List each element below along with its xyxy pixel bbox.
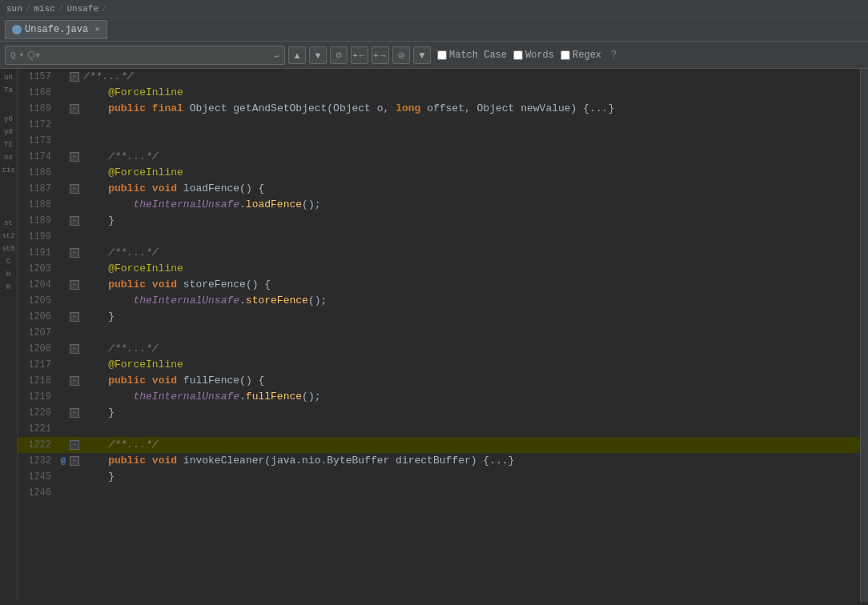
line-number: 1245 — [18, 471, 58, 483]
fold-icon[interactable]: - — [70, 440, 79, 450]
line-number: 1174 — [18, 151, 58, 162]
regex-label: Regex — [573, 50, 601, 61]
line-number: 1188 — [18, 199, 58, 210]
code-line-1187: 1187- public void loadFence() { — [18, 181, 860, 197]
line-number: 1189 — [18, 215, 58, 226]
regex-checkbox[interactable] — [561, 50, 570, 60]
code-line-1232: 1232@- public void invokeCleaner(java.ni… — [18, 453, 860, 469]
code-line-1186: 1186 @ForceInline — [18, 165, 860, 181]
breadcrumb-misc[interactable]: misc — [34, 4, 54, 14]
fold-icon[interactable]: - — [70, 456, 79, 466]
sidebar-label-4: y0 — [0, 126, 17, 138]
search-prev-occurrence-button[interactable]: +← — [351, 46, 368, 64]
fold-gutter[interactable]: - — [69, 216, 80, 226]
code-line-1188: 1188 theInternalUnsafe.loadFence(); — [18, 197, 860, 213]
line-number: 1187 — [18, 183, 58, 194]
match-case-option[interactable]: Match Case — [437, 50, 507, 61]
code-line-1246: 1246 — [18, 485, 860, 501]
breadcrumb-unsafe[interactable]: Unsafe — [66, 4, 98, 14]
line-code: } — [80, 405, 860, 421]
search-up-button[interactable]: ▲ — [288, 46, 306, 64]
line-code: public void loadFence() { — [80, 181, 860, 197]
tab-unsafe-java[interactable]: Unsafe.java × — [5, 20, 107, 39]
fold-icon[interactable]: - — [70, 152, 79, 162]
code-line-1172: 1172 — [18, 117, 860, 133]
search-highlight-button[interactable]: ◎ — [392, 46, 410, 64]
fold-icon[interactable]: - — [70, 248, 79, 258]
fold-icon[interactable]: - — [70, 104, 79, 114]
search-bar: Q ▾ ↵ ▲ ▼ ⊙ +← +→ ◎ ▼ Match Case Words R… — [0, 42, 868, 69]
sidebar-label-8: st — [0, 218, 17, 229]
words-label: Words — [525, 50, 554, 61]
bookmark-gutter: @ — [58, 457, 69, 466]
tab-close-button[interactable]: × — [94, 25, 100, 34]
code-line-1221: 1221 — [18, 421, 860, 437]
code-lines: 1157-/**...*/1168 @ForceInline1169- publ… — [18, 69, 860, 501]
sidebar-label-5: TI — [0, 139, 17, 150]
search-enter-icon: ↵ — [274, 50, 279, 60]
code-line-1173: 1173 — [18, 133, 860, 149]
sidebar-label-10: st0 — [0, 243, 17, 254]
line-number: 1190 — [18, 231, 58, 242]
code-line-1220: 1220- } — [18, 405, 860, 421]
line-code: /**...*/ — [80, 69, 860, 85]
words-checkbox[interactable] — [513, 50, 523, 60]
line-number: 1232 — [18, 455, 58, 467]
words-option[interactable]: Words — [513, 50, 554, 61]
line-number: 1205 — [18, 295, 58, 307]
bookmark-icon: @ — [61, 457, 66, 466]
line-number: 1169 — [18, 103, 58, 114]
regex-option[interactable]: Regex — [561, 50, 601, 61]
fold-gutter[interactable]: - — [69, 344, 80, 354]
help-button[interactable]: ? — [611, 50, 617, 61]
code-line-1174: 1174- /**...*/ — [18, 149, 860, 165]
search-dropdown-icon[interactable]: ▾ — [19, 50, 25, 60]
fold-icon[interactable]: - — [70, 72, 79, 82]
search-filter-button[interactable]: ▼ — [413, 46, 431, 64]
fold-icon[interactable]: - — [70, 376, 79, 386]
line-code: public void invokeCleaner(java.nio.ByteB… — [80, 453, 860, 469]
search-next-occurrence-button[interactable]: +→ — [372, 46, 389, 64]
code-line-1189: 1189- } — [18, 213, 860, 229]
fold-icon[interactable]: - — [70, 216, 79, 226]
sidebar-label-3: y0 — [0, 114, 17, 125]
line-number: 1207 — [18, 327, 58, 339]
search-options: Match Case Words Regex ? — [437, 50, 617, 61]
fold-gutter[interactable]: - — [69, 440, 80, 450]
line-code: @ForceInline — [80, 85, 860, 101]
sidebar-label-1: un — [0, 72, 17, 83]
breadcrumb-sun[interactable]: sun — [6, 4, 22, 14]
search-usages-button[interactable]: ⊙ — [330, 46, 348, 64]
fold-gutter[interactable]: - — [69, 152, 80, 162]
fold-icon[interactable]: - — [70, 280, 79, 290]
match-case-checkbox[interactable] — [437, 50, 447, 60]
sidebar-label-7: tis — [0, 165, 17, 176]
fold-gutter[interactable]: - — [69, 408, 80, 418]
fold-gutter[interactable]: - — [69, 104, 80, 114]
line-code: public void storeFence() { — [80, 277, 860, 293]
search-icon: Q — [10, 50, 16, 60]
fold-icon[interactable]: - — [70, 184, 79, 194]
fold-gutter[interactable]: - — [69, 280, 80, 290]
tab-label: Unsafe.java — [25, 24, 88, 35]
fold-gutter[interactable]: - — [69, 248, 80, 258]
fold-gutter[interactable]: - — [69, 312, 80, 322]
code-line-1207: 1207 — [18, 325, 860, 341]
fold-icon[interactable]: - — [70, 408, 79, 418]
fold-icon[interactable]: - — [70, 312, 79, 322]
fold-gutter[interactable]: - — [69, 72, 80, 82]
search-input[interactable] — [27, 50, 251, 61]
sidebar-label-9: st2 — [0, 230, 17, 242]
line-code: /**...*/ — [80, 149, 860, 165]
fold-gutter[interactable]: - — [69, 376, 80, 386]
line-code: } — [80, 469, 860, 485]
line-number: 1246 — [18, 487, 58, 499]
search-down-button[interactable]: ▼ — [309, 46, 327, 64]
fold-icon[interactable]: - — [70, 344, 79, 354]
fold-gutter[interactable]: - — [69, 456, 80, 466]
code-editor[interactable]: 1157-/**...*/1168 @ForceInline1169- publ… — [18, 69, 860, 602]
fold-gutter[interactable]: - — [69, 184, 80, 194]
vertical-scrollbar[interactable] — [860, 69, 868, 602]
java-file-icon — [12, 25, 22, 34]
line-number: 1219 — [18, 391, 58, 403]
